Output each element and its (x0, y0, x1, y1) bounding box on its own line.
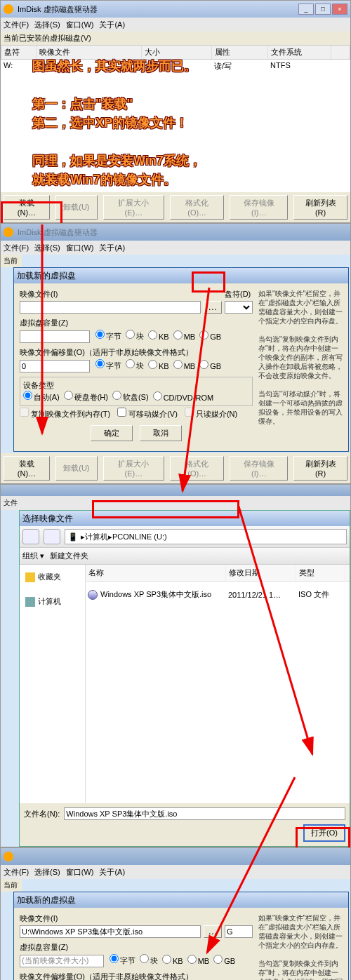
menubar: 文件(F) 选择(S) 窗口(W) 关于(A) (1, 241, 350, 255)
close-button[interactable]: × (332, 4, 347, 15)
menu-file[interactable]: 文件(F) (4, 243, 29, 253)
menu-select[interactable]: 选择(S) (34, 243, 60, 253)
file-row[interactable]: Windows XP SP3集体中文版.iso 2011/12/21 1… IS… (86, 587, 350, 602)
col-drive[interactable]: 盘符 (1, 46, 37, 59)
menu-about[interactable]: 关于(A) (99, 243, 125, 253)
menu-select[interactable]: 选择(S) (34, 867, 60, 878)
explorer-toolbar: 组织 ▾ 新建文件夹 (20, 548, 350, 565)
ok-button[interactable]: 确定 (91, 425, 133, 441)
col-date[interactable]: 修改日期 (226, 565, 296, 581)
size-input[interactable] (20, 330, 90, 343)
app-icon (4, 227, 13, 237)
cancel-button[interactable]: 取消 (140, 425, 182, 441)
copy-check (20, 408, 29, 417)
window-title: ImDisk 虚拟磁盘驱动器 (18, 4, 98, 15)
offset-label: 映像文件偏移量(O)（适用于非原始映像文件格式） (20, 347, 253, 358)
col-type[interactable]: 类型 (296, 565, 345, 581)
menu-about[interactable]: 关于(A) (99, 867, 125, 878)
help-panel: 如果"映像文件"栏留空，并在"虚拟磁盘大小"栏输入所需磁盘容量大小，则创建一个指… (258, 289, 343, 445)
menu-window[interactable]: 窗口(W) (66, 20, 94, 30)
offset-input[interactable] (20, 360, 90, 372)
menu-about[interactable]: 关于(A) (99, 20, 125, 30)
menu-window[interactable]: 窗口(W) (66, 243, 94, 253)
highlight-open (296, 827, 350, 850)
refresh-button[interactable]: 刷新列表(R) (293, 456, 347, 481)
format-button[interactable]: 格式化(O)… (170, 456, 224, 481)
unit-mb[interactable] (173, 330, 183, 340)
sidebar-favorites[interactable]: 收藏夹 (24, 569, 81, 585)
titlebar-parent (1, 485, 350, 496)
address-bar[interactable]: 📱 ▸ 计算机 ▸ PCONLINE (U:) (65, 529, 347, 544)
menu-select[interactable]: 选择(S) (34, 20, 60, 30)
sidebar-computer[interactable]: 计算机 (24, 593, 81, 610)
unit-block[interactable] (126, 330, 135, 339)
drive-select[interactable] (225, 925, 253, 938)
size-input[interactable] (20, 955, 104, 967)
cell-drive: W: (1, 61, 36, 72)
main-window-4: 文件(F) 选择(S) 窗口(W) 关于(A) 当前 加载新的虚拟盘 映像文件(… (0, 847, 351, 980)
menu-file[interactable]: 文件(F) (4, 867, 29, 878)
button-row: 装载(N)… 卸载(U) 扩展大小(E)… 格式化(O)… 保存镜像(I)… 刷… (1, 453, 350, 483)
back-button[interactable] (22, 529, 39, 544)
help-panel: 如果"映像文件"栏留空，并在"虚拟磁盘大小"栏输入所需磁盘容量大小，则创建一个指… (258, 913, 343, 980)
subbar: 当前已安装的虚拟磁盘(V) (1, 32, 350, 45)
browse-button[interactable]: … (204, 301, 222, 314)
star-icon (25, 572, 35, 582)
imagefile-input[interactable] (20, 301, 201, 314)
titlebar[interactable] (1, 848, 350, 865)
minimize-button[interactable]: _ (298, 4, 314, 15)
dev-cd[interactable] (153, 391, 162, 401)
dev-hdd[interactable] (64, 391, 73, 400)
save-image-button[interactable]: 保存镜像(I)… (230, 195, 288, 220)
dialog-title[interactable]: 加载新的虚拟盘 (14, 268, 348, 283)
explorer-main: 名称 修改日期 类型 Windows XP SP3集体中文版.iso 2011/… (86, 565, 350, 803)
dev-floppy[interactable] (112, 391, 121, 400)
filename-input[interactable] (64, 807, 345, 820)
add-disk-dialog: 加载新的虚拟盘 映像文件(I) … 盘符(D) 虚拟盘容量(Z) (13, 892, 349, 980)
extend-button[interactable]: 扩展大小(E)… (103, 195, 164, 220)
titlebar[interactable]: ImDisk 虚拟磁盘驱动器 _ □ × (1, 1, 350, 18)
iso-icon (88, 590, 98, 600)
maximize-button[interactable]: □ (315, 4, 331, 15)
menu-window[interactable]: 窗口(W) (66, 867, 94, 878)
size-label: 虚拟盘容量(Z) (20, 318, 253, 328)
menubar: 文件(F) 选择(S) 窗口(W) 关于(A) (1, 18, 350, 32)
save-image-button[interactable]: 保存镜像(I)… (230, 456, 288, 481)
format-button[interactable]: 格式化(O)… (170, 195, 224, 220)
dialog-title[interactable]: 加载新的虚拟盘 (14, 892, 348, 908)
imagefile-label: 映像文件(I) (20, 913, 201, 924)
mount-button[interactable]: 装载(N)… (4, 456, 50, 481)
readonly-check (185, 408, 194, 417)
organize-menu[interactable]: 组织 ▾ (22, 551, 44, 561)
extend-button[interactable]: 扩展大小(E)… (103, 456, 164, 481)
filename-label: 文件名(N): (24, 809, 60, 819)
removable-check[interactable] (117, 408, 126, 417)
highlight-mount (1, 201, 62, 225)
add-disk-dialog: 加载新的虚拟盘 映像文件(I) … 盘符(D) 虚拟盘容量(Z) (13, 267, 349, 452)
explorer-nav: 📱 ▸ 计算机 ▸ PCONLINE (U:) (20, 526, 350, 548)
drive-label: 盘符(D) (225, 289, 253, 300)
unit-gb[interactable] (199, 330, 208, 340)
refresh-button[interactable]: 刷新列表(R) (293, 195, 347, 220)
dev-auto[interactable] (23, 391, 32, 400)
unmount-button[interactable]: 卸载(U) (55, 456, 98, 481)
file-open-dialog: 选择映像文件 📱 ▸ 计算机 ▸ PCONLINE (U:) 组织 ▾ 新建文件… (19, 510, 350, 847)
highlight-file (92, 500, 239, 518)
col-name[interactable]: 名称 (86, 565, 226, 581)
overlay-instructions: 图虽然长，其实就两步而已。 第一：点击"装载" 第二，选中XP的镜像文件！ 同理… (32, 57, 336, 189)
browse-button[interactable]: … (204, 925, 222, 938)
imagefile-input[interactable] (20, 925, 201, 938)
unit-kb[interactable] (148, 330, 157, 340)
file-browser-window: 文件 选择映像文件 📱 ▸ 计算机 ▸ PCONLINE (U:) 组织 ▾ 新… (0, 484, 351, 847)
menu-file[interactable]: 文件(F) (4, 20, 29, 30)
drive-select[interactable] (225, 301, 253, 314)
subbar-trunc: 当前 (1, 879, 22, 892)
unit-byte[interactable] (95, 330, 105, 339)
imagefile-label: 映像文件(I) (20, 289, 201, 300)
new-folder-button[interactable]: 新建文件夹 (50, 551, 88, 561)
titlebar[interactable]: ImDisk 虚拟磁盘驱动器 (1, 224, 350, 241)
fwd-button[interactable] (44, 529, 60, 544)
subbar-trunc: 当前 (1, 255, 22, 267)
highlight-browse (192, 271, 225, 293)
app-icon (4, 4, 13, 14)
